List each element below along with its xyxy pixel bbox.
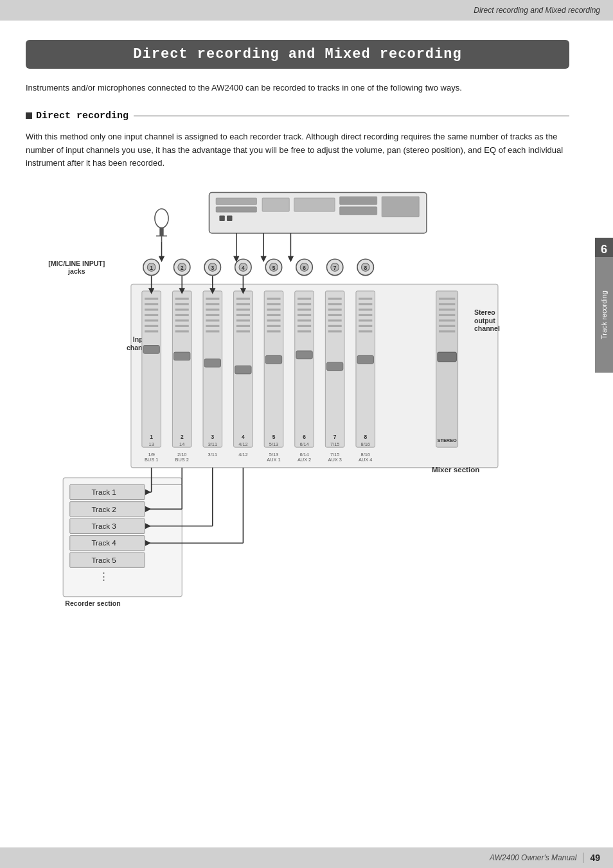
svg-text:8: 8: [364, 265, 367, 271]
svg-rect-51: [145, 314, 158, 316]
svg-text:BUS 2: BUS 2: [175, 457, 189, 463]
svg-text:[MIC/LINE INPUT]: [MIC/LINE INPUT]: [48, 260, 105, 267]
svg-rect-103: [298, 298, 311, 300]
svg-text:4/12: 4/12: [238, 452, 247, 457]
svg-text:5: 5: [272, 265, 276, 271]
svg-rect-61: [175, 309, 189, 311]
svg-rect-142: [439, 330, 455, 332]
svg-rect-76: [206, 330, 219, 332]
svg-text:5/13: 5/13: [269, 441, 278, 447]
svg-rect-115: [328, 303, 342, 305]
svg-rect-97: [267, 325, 280, 327]
svg-rect-48: [145, 298, 158, 300]
svg-rect-82: [236, 303, 250, 305]
header-title: Direct recording and Mixed recording: [474, 6, 600, 15]
svg-text:2: 2: [181, 265, 184, 271]
footer-manual-name: AW2400 Owner's Manual: [490, 853, 576, 862]
intro-paragraph: Instruments and/or microphones connected…: [26, 82, 569, 95]
svg-text:1: 1: [150, 434, 153, 441]
svg-rect-2: [216, 207, 256, 212]
svg-text:13: 13: [149, 441, 154, 447]
svg-rect-62: [175, 314, 189, 316]
svg-rect-81: [236, 298, 250, 300]
svg-rect-107: [298, 320, 311, 322]
svg-rect-75: [206, 325, 219, 327]
svg-rect-9: [227, 216, 232, 221]
svg-rect-55: [143, 346, 159, 354]
svg-rect-109: [298, 330, 311, 332]
svg-rect-71: [206, 303, 219, 305]
page-title-banner: Direct recording and Mixed recording: [26, 40, 569, 69]
svg-rect-116: [328, 309, 342, 311]
page-title: Direct recording and Mixed recording: [39, 46, 556, 62]
svg-rect-65: [175, 330, 189, 332]
svg-text:8/16: 8/16: [361, 441, 370, 447]
svg-text:5: 5: [272, 434, 276, 441]
svg-text:AUX 3: AUX 3: [328, 457, 341, 463]
svg-rect-88: [235, 366, 251, 374]
svg-text:Stereo: Stereo: [474, 308, 495, 316]
svg-rect-126: [359, 303, 372, 305]
svg-rect-1: [216, 198, 256, 205]
svg-text:7/15: 7/15: [330, 441, 339, 447]
svg-rect-50: [145, 309, 158, 311]
heading-rule: [134, 116, 569, 117]
svg-rect-3: [262, 198, 289, 211]
svg-text:3: 3: [211, 265, 214, 271]
svg-rect-108: [298, 325, 311, 327]
svg-rect-136: [439, 298, 455, 300]
svg-text:Mixer section: Mixer section: [432, 465, 479, 474]
svg-rect-117: [328, 314, 342, 316]
svg-rect-132: [357, 356, 373, 364]
svg-text:2: 2: [181, 434, 184, 441]
svg-rect-130: [359, 325, 372, 327]
svg-rect-106: [298, 314, 311, 316]
svg-text:3: 3: [211, 434, 214, 441]
svg-rect-96: [267, 320, 280, 322]
svg-rect-92: [267, 298, 280, 300]
section-heading-direct: Direct recording: [26, 111, 569, 121]
svg-text:jacks: jacks: [67, 268, 85, 276]
svg-rect-105: [298, 309, 311, 311]
svg-rect-54: [145, 330, 158, 332]
svg-rect-93: [267, 303, 280, 305]
header-bar: Direct recording and Mixed recording: [0, 0, 613, 21]
chapter-tab: Track recording: [595, 257, 613, 373]
svg-rect-140: [439, 320, 455, 322]
svg-rect-6: [340, 207, 377, 215]
svg-text:STEREO: STEREO: [437, 438, 457, 443]
svg-rect-60: [175, 303, 189, 305]
diagram-svg: 1 2 3 4: [26, 186, 569, 661]
svg-rect-8: [219, 216, 224, 221]
svg-rect-143: [438, 352, 457, 362]
direct-recording-body: With this method only one input channel …: [26, 130, 569, 170]
svg-rect-74: [206, 320, 219, 322]
svg-text:6: 6: [303, 265, 306, 271]
svg-text:8: 8: [364, 434, 367, 441]
svg-text:3/11: 3/11: [208, 441, 217, 447]
svg-rect-129: [359, 320, 372, 322]
svg-text:⋮: ⋮: [99, 572, 109, 582]
svg-rect-63: [175, 320, 189, 322]
svg-rect-114: [328, 298, 342, 300]
svg-rect-59: [175, 298, 189, 300]
svg-rect-7: [382, 197, 419, 217]
jack-row: 1 2 3 4: [143, 259, 373, 275]
svg-text:6: 6: [303, 434, 306, 441]
svg-rect-85: [236, 320, 250, 322]
svg-text:3/11: 3/11: [208, 452, 217, 457]
svg-rect-138: [439, 309, 455, 311]
svg-text:AUX 1: AUX 1: [267, 457, 280, 463]
svg-text:4/12: 4/12: [238, 441, 247, 447]
svg-text:output: output: [474, 317, 495, 324]
svg-text:Track 3: Track 3: [91, 522, 116, 530]
svg-text:Track 2: Track 2: [91, 505, 116, 513]
svg-text:Track 4: Track 4: [91, 539, 116, 547]
svg-rect-119: [328, 325, 342, 327]
svg-text:1: 1: [150, 265, 153, 271]
svg-point-10: [155, 209, 168, 228]
svg-text:channel: channel: [474, 324, 500, 332]
svg-rect-84: [236, 314, 250, 316]
svg-text:Track 5: Track 5: [91, 556, 116, 564]
main-content: Direct recording and Mixed recording Ins…: [0, 21, 595, 687]
